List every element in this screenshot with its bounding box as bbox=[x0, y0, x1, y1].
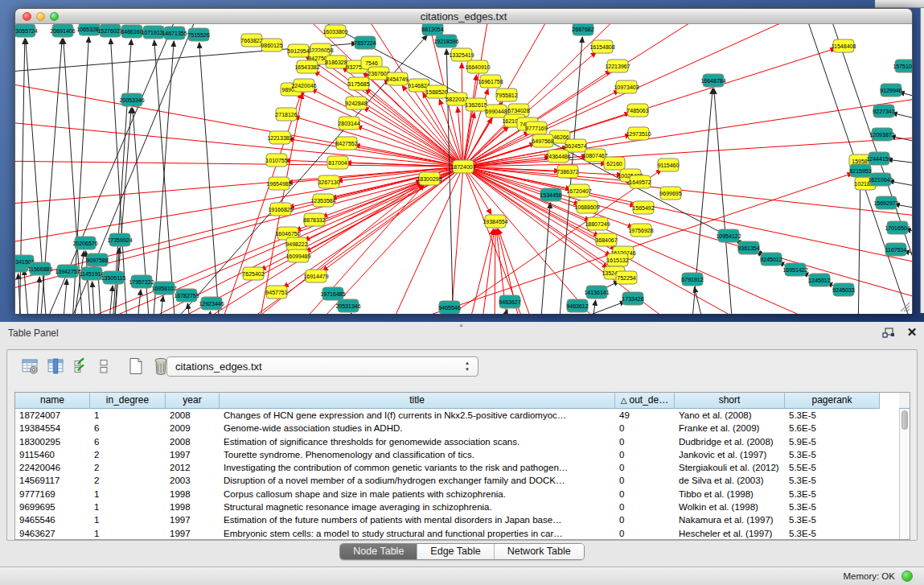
graph-node[interactable]: 8454749 bbox=[386, 72, 408, 85]
graph-node[interactable]: 18724007 bbox=[450, 160, 475, 173]
window-resize-grip-icon[interactable] bbox=[897, 299, 910, 312]
graph-node[interactable]: 9465546 bbox=[438, 301, 460, 314]
graph-node[interactable]: 9245012 bbox=[760, 253, 782, 266]
splitter-handle[interactable]: ▲ bbox=[458, 322, 465, 326]
graph-node[interactable]: 12213383 bbox=[267, 131, 292, 144]
graph-node[interactable]: 11566889 bbox=[28, 262, 53, 275]
graph-node[interactable]: 16914479 bbox=[303, 270, 328, 282]
graph-node[interactable]: 9245033 bbox=[832, 283, 854, 296]
graph-node[interactable]: 16154808 bbox=[589, 40, 614, 53]
graph-node[interactable]: 9361354 bbox=[737, 241, 759, 254]
graph-node[interactable]: 8215953 bbox=[849, 164, 871, 177]
graph-node[interactable]: 19756928 bbox=[628, 224, 653, 237]
graph-node[interactable]: 3267130 bbox=[318, 175, 339, 188]
column-header-year[interactable]: year bbox=[166, 393, 220, 409]
graph-node[interactable]: 19716485 bbox=[320, 287, 345, 300]
graph-node[interactable]: 16033809 bbox=[322, 25, 347, 38]
new-column-button[interactable] bbox=[125, 356, 146, 379]
network-window-titlebar[interactable]: citations_edges.txt bbox=[15, 9, 912, 24]
graph-node[interactable]: 1534456 bbox=[540, 188, 561, 201]
close-panel-icon[interactable]: ✕ bbox=[905, 325, 919, 340]
graph-node[interactable]: 14671355 bbox=[162, 27, 187, 39]
graph-node[interactable]: 9457751 bbox=[265, 286, 287, 299]
graph-node[interactable]: 9699695 bbox=[659, 187, 681, 200]
row-select-checks-button[interactable] bbox=[71, 356, 92, 379]
graph-node[interactable]: 10688609 bbox=[574, 200, 599, 213]
graph-node[interactable]: 62160 bbox=[604, 157, 625, 170]
graph-node[interactable]: 9129946 bbox=[880, 84, 901, 97]
graph-node[interactable]: 20053346 bbox=[119, 93, 144, 106]
graph-node[interactable]: 3684067 bbox=[595, 233, 617, 246]
graph-node[interactable]: 15276027 bbox=[97, 24, 122, 37]
graph-node[interactable]: 2687682 bbox=[572, 24, 593, 35]
graph-node[interactable]: 9227343 bbox=[873, 105, 894, 117]
table-row[interactable]: 1456911722003Disruption of a novel membe… bbox=[15, 474, 901, 487]
graph-node[interactable]: 19384554 bbox=[483, 215, 507, 228]
table-row[interactable]: 1830029562008Estimation of significance … bbox=[15, 435, 901, 448]
graph-node[interactable]: 23055724 bbox=[15, 24, 38, 37]
graph-node[interactable]: 15692971 bbox=[873, 196, 898, 209]
graph-node[interactable]: 1615132 bbox=[606, 253, 628, 266]
graph-node[interactable]: 15751074 bbox=[893, 60, 912, 72]
graph-node[interactable]: 9860125 bbox=[261, 39, 282, 51]
graph-node[interactable]: 7386372 bbox=[556, 165, 578, 178]
graph-node[interactable]: 16951422 bbox=[782, 263, 807, 276]
table-row[interactable]: 946362711997Embryonic stem cells: a mode… bbox=[15, 527, 901, 540]
graph-node[interactable]: 13505115 bbox=[101, 271, 126, 284]
graph-node[interactable]: 8813054 bbox=[421, 24, 443, 35]
select-columns-button[interactable] bbox=[45, 356, 66, 379]
graph-node[interactable]: 17016504 bbox=[885, 221, 910, 234]
graph-node[interactable]: 6990448 bbox=[485, 105, 507, 117]
graph-node[interactable]: 20531346 bbox=[335, 299, 360, 312]
column-header-out-de-[interactable]: △out_de… bbox=[615, 393, 675, 409]
graph-node[interactable]: 10954122 bbox=[716, 229, 741, 242]
graph-node[interactable]: 3175685 bbox=[347, 77, 369, 90]
graph-node[interactable]: 1167534 bbox=[885, 243, 907, 256]
graph-node[interactable]: 9463612 bbox=[566, 299, 588, 312]
graph-node[interactable]: 24364486 bbox=[545, 150, 570, 163]
column-header-title[interactable]: title bbox=[220, 393, 615, 409]
table-row[interactable]: 969969511998Structural magnetic resonanc… bbox=[15, 501, 901, 513]
graph-node[interactable]: 8466160 bbox=[121, 25, 142, 38]
graph-node[interactable]: 1362615 bbox=[465, 98, 487, 111]
graph-node[interactable]: 6497568 bbox=[532, 134, 553, 147]
table-row[interactable]: 2242004622012Investigating the contribut… bbox=[15, 461, 901, 474]
graph-node[interactable]: 16782759 bbox=[174, 289, 199, 302]
graph-node[interactable]: 16720407 bbox=[566, 184, 591, 197]
graph-node[interactable]: 9115460 bbox=[658, 159, 680, 171]
graph-node[interactable]: 8186328 bbox=[325, 56, 347, 68]
graph-node[interactable]: 13325419 bbox=[449, 48, 474, 61]
graph-node[interactable]: 1649572 bbox=[629, 175, 651, 188]
graph-node[interactable]: 5912954 bbox=[287, 44, 309, 57]
graph-node[interactable]: 9498222 bbox=[285, 237, 307, 250]
graph-node[interactable]: 817004 bbox=[327, 156, 348, 169]
graph-node[interactable]: 19166825 bbox=[268, 203, 293, 216]
graph-node[interactable]: 1733426 bbox=[622, 292, 643, 305]
network-canvas[interactable]: 2305572420691406106532871527602784661601… bbox=[15, 24, 912, 314]
graph-node[interactable]: 7625402 bbox=[242, 267, 264, 280]
graph-node[interactable]: 1010755 bbox=[265, 154, 287, 167]
graph-node[interactable]: 12213967 bbox=[605, 60, 630, 72]
graph-node[interactable]: 10973403 bbox=[614, 80, 639, 93]
graph-node[interactable]: 7485063 bbox=[626, 104, 648, 117]
graph-node[interactable]: 3624574 bbox=[565, 139, 586, 152]
graph-node[interactable]: 20691406 bbox=[50, 24, 75, 37]
graph-node[interactable]: 2718126 bbox=[275, 108, 297, 121]
graph-node[interactable]: 7515526 bbox=[187, 28, 209, 41]
graph-node[interactable]: 1565492 bbox=[632, 201, 654, 214]
graph-node[interactable]: 18807249 bbox=[585, 217, 610, 230]
graph-node[interactable]: 22420046 bbox=[291, 79, 316, 92]
column-header-name[interactable]: name bbox=[15, 393, 90, 409]
table-row[interactable]: 911546021997Tourette syndrome. Phenomeno… bbox=[15, 448, 901, 461]
vertical-scrollbar[interactable] bbox=[899, 409, 910, 539]
graph-node[interactable]: 1245012 bbox=[808, 274, 830, 286]
graph-node[interactable]: 16210643 bbox=[868, 173, 893, 186]
graph-node[interactable]: 20206576 bbox=[72, 237, 97, 249]
graph-node[interactable]: 1588520 bbox=[425, 85, 447, 98]
scrollbar-thumb[interactable] bbox=[901, 410, 908, 430]
graph-node[interactable]: 9242848 bbox=[345, 97, 367, 109]
graph-node[interactable]: 6791912 bbox=[681, 273, 703, 286]
graph-node[interactable]: 9463627 bbox=[499, 295, 520, 308]
graph-node[interactable]: 16958107 bbox=[151, 282, 176, 295]
graph-node[interactable]: 17957222 bbox=[129, 275, 154, 288]
